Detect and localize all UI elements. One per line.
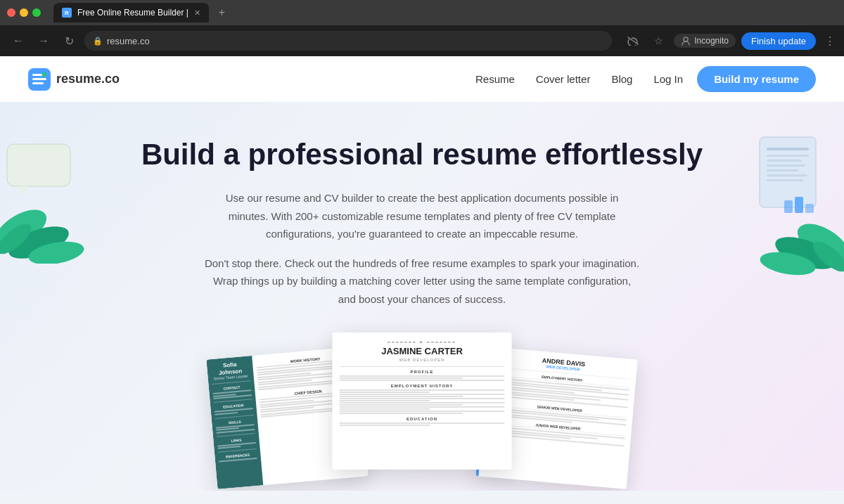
svg-text:R: R [65,10,69,16]
back-button[interactable]: ← [8,31,28,51]
nav-cover-letter[interactable]: Cover letter [536,73,591,85]
svg-rect-6 [32,82,44,84]
deco-left [0,123,98,264]
login-button[interactable]: Log In [653,73,683,85]
tab-bar: R Free Online Resume Builder | ✕ + [0,0,844,25]
svg-rect-4 [32,74,42,76]
address-bar: ← → ↻ 🔒 resume.co ☆ Incognito Finish upd… [0,25,844,56]
deco-right [746,123,844,278]
site-navigation: resume.co Resume Cover letter Blog Log I… [0,56,844,102]
eye-off-icon[interactable] [623,31,643,51]
url-text: resume.co [107,36,150,46]
nav-links: Resume Cover letter Blog [475,73,632,85]
window-controls [7,8,41,17]
svg-rect-16 [767,155,809,157]
maximize-window-btn[interactable] [32,8,41,17]
website-content: resume.co Resume Cover letter Blog Log I… [0,56,844,504]
svg-rect-15 [767,148,809,150]
incognito-label: Incognito [694,36,729,46]
svg-rect-22 [784,200,793,213]
logo-text: resume.co [56,72,120,86]
build-resume-button[interactable]: Build my resume [697,66,816,92]
svg-rect-18 [767,164,805,167]
hero-description-1: Use our resume and CV builder to create … [211,189,633,243]
center-resume-name: JASMINE CARTER [340,346,505,356]
tab-title: Free Online Resume Builder | [77,8,188,18]
bookmark-icon[interactable]: ☆ [648,31,668,51]
incognito-badge: Incognito [674,34,736,48]
active-tab[interactable]: R Free Online Resume Builder | ✕ [53,3,209,22]
svg-marker-9 [18,186,28,197]
nav-resume[interactable]: Resume [475,73,515,85]
browser-window: R Free Online Resume Builder | ✕ + ← → ↻… [0,0,844,56]
tab-close-btn[interactable]: ✕ [194,8,200,18]
resume-previews: Sofia Johnson Senior Team Leader Contact… [28,329,816,470]
svg-rect-7 [42,72,46,77]
svg-rect-8 [7,144,70,186]
browser-actions: ☆ Incognito Finish update ⋮ [623,31,836,51]
svg-rect-21 [767,179,803,181]
svg-rect-5 [32,78,46,80]
resume-preview-center: ━━━━━━━ ✦ ━━━━━━━ JASMINE CARTER WEB DEV… [333,332,512,470]
svg-rect-23 [795,197,803,213]
resume-preview-left: Sofia Johnson Senior Team Leader Contact… [194,343,352,481]
svg-rect-20 [767,174,807,176]
center-resume-role: WEB DEVELOPER [340,358,505,362]
close-window-btn[interactable] [7,8,15,17]
hero-section: Build a professional resume effortlessly… [0,102,844,491]
forward-button[interactable]: → [34,31,53,51]
svg-rect-19 [767,169,798,172]
nav-blog[interactable]: Blog [611,73,632,85]
browser-menu-icon[interactable]: ⋮ [824,34,836,48]
hero-description-2: Don't stop there. Check out the hundreds… [204,254,640,309]
svg-rect-17 [767,160,802,162]
svg-rect-24 [805,204,814,213]
refresh-button[interactable]: ↻ [59,31,79,51]
minimize-window-btn[interactable] [20,8,28,17]
new-tab-button[interactable]: + [215,6,229,19]
hero-title: Build a professional resume effortlessly [28,137,816,172]
resume-preview-right: ANDRE DAVIS WEB DEVELOPER Employment His… [492,343,650,481]
finish-update-button[interactable]: Finish update [741,32,816,50]
lock-icon: 🔒 [93,37,103,46]
url-bar[interactable]: 🔒 resume.co [84,31,612,51]
logo[interactable]: resume.co [28,68,120,91]
svg-point-2 [684,37,688,41]
tab-favicon: R [62,8,72,18]
